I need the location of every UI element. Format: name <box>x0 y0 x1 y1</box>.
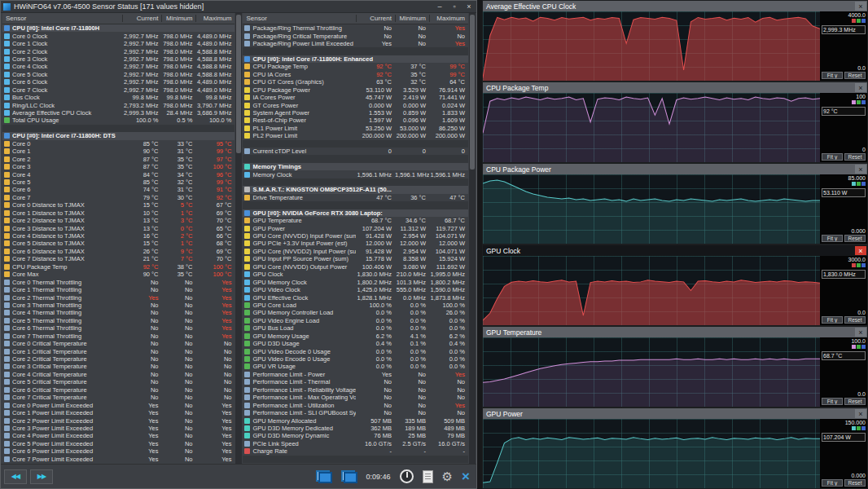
sensor-row[interactable]: Core 7 Clock2,992.7 MHz798.0 MHz4,489.0 … <box>2 86 235 94</box>
sensor-row[interactable]: Core 5 Distance to TJMAX15 °C1 °C68 °C <box>2 240 235 247</box>
sensor-row[interactable]: Core 4 Thermal ThrottlingNoNoYes <box>2 309 235 316</box>
sensor-row[interactable]: GT Cores Power0.000 W0.000 W0.024 W <box>243 101 468 108</box>
sensor-row[interactable]: GPU Power107.204 W11.312 W119.727 W <box>243 224 468 231</box>
sensor-row[interactable]: Package/Ring Critical TemperatureNoNoNo <box>243 32 468 39</box>
sensor-row[interactable]: Core 2 Distance to TJMAX13 °C3 °C70 °C <box>2 217 235 224</box>
right-scrollbar-thumb[interactable] <box>470 15 475 170</box>
sensor-row[interactable]: Core 1 Thermal ThrottlingNoNoYes <box>2 286 235 293</box>
reset-button[interactable]: Reset <box>844 398 866 405</box>
sensor-row[interactable]: Total CPU Usage100.0 %0.5 %100.0 % <box>2 117 235 124</box>
sensor-row[interactable]: Core 7 Power Limit ExceededYesNoYes <box>2 456 235 463</box>
sensor-row[interactable]: Core 2 Clock2,992.7 MHz798.0 MHz4,588.8 … <box>2 47 235 55</box>
sensor-group-header[interactable]: S.M.A.R.T.: KINGSTON OM8PCP3512F-A11 (50… <box>243 186 468 193</box>
close-button[interactable]: × <box>462 2 476 12</box>
series-color-swatch[interactable] <box>857 426 861 430</box>
graph-titlebar[interactable]: CPU Package Temp× <box>483 82 867 93</box>
sensor-row[interactable]: Core 0 Critical TemperatureNoNoNo <box>2 340 235 347</box>
sensor-row[interactable]: Performance Limit - PowerYesNoYes <box>243 371 468 378</box>
sensor-group-header[interactable]: Memory Timings <box>243 163 468 170</box>
sensor-row[interactable]: Core 3 Distance to TJMAX13 °C0 °C65 °C <box>2 224 235 231</box>
fit-y-button[interactable]: Fit y <box>822 72 843 79</box>
close-sensors-icon[interactable]: × <box>462 470 470 483</box>
sensor-row[interactable]: Performance Limit - SLI GPUBoost SyncNoN… <box>243 409 468 416</box>
reset-button[interactable]: Reset <box>844 153 866 161</box>
minimize-button[interactable]: – <box>432 2 447 12</box>
series-color-swatch[interactable] <box>852 263 856 267</box>
right-scrollbar[interactable] <box>469 13 476 464</box>
sensor-row[interactable]: Core 4 Critical TemperatureNoNoNo <box>2 371 235 378</box>
sensor-row[interactable]: GPU D3D Usage0.4 %0.1 %0.4 % <box>243 340 468 347</box>
sensor-row[interactable]: Core 190 °C31 °C99 °C <box>2 148 235 155</box>
sensor-row[interactable]: GPU Core Load100.0 %0.0 %100.0 % <box>243 302 468 309</box>
sensor-row[interactable]: Core 1 Clock2,992.7 MHz798.0 MHz4,489.0 … <box>2 40 235 47</box>
sensor-row[interactable]: Core 1 Power Limit ExceededYesNoYes <box>2 409 235 416</box>
sensor-row[interactable]: GPU PCIe +3.3V Input Power (est)12.000 W… <box>243 240 468 247</box>
sensor-row[interactable]: GPU Video Clock1,425.0 MHz555.0 MHz1,590… <box>243 286 468 293</box>
sensor-row[interactable]: Core 779 °C30 °C92 °C <box>2 194 235 201</box>
series-color-swatch[interactable] <box>852 19 856 23</box>
sensor-row[interactable]: GPU Memory Allocated507 MB335 MB509 MB <box>243 416 468 424</box>
close-icon[interactable]: × <box>855 409 866 418</box>
sensor-row[interactable]: Core 6 Power Limit ExceededYesNoYes <box>2 447 235 455</box>
prev-page-button[interactable]: ◀◀ <box>4 469 27 484</box>
sensor-row[interactable]: Core 4 Distance to TJMAX16 °C2 °C66 °C <box>2 232 235 240</box>
sensor-row[interactable]: PL1 Power Limit53.250 W53.000 W86.250 W <box>243 125 468 132</box>
sensor-row[interactable]: CPU Package Power53.110 W3.529 W76.914 W <box>243 86 468 94</box>
sensor-row[interactable]: PCIe Link Speed16.0 GT/s2.5 GT/s16.0 GT/… <box>243 440 468 447</box>
remote-monitoring-icon[interactable] <box>316 470 332 483</box>
series-color-swatch[interactable] <box>857 345 861 349</box>
fit-y-button[interactable]: Fit y <box>822 479 843 487</box>
log-file-icon[interactable] <box>423 470 433 483</box>
sensor-row[interactable]: Core 4 Power Limit ExceededYesNoYes <box>2 432 235 439</box>
sensor-row[interactable]: GPU Memory Usage6.2 %4.1 %6.2 % <box>243 333 468 340</box>
sensor-row[interactable]: Core 3 Thermal ThrottlingNoNoYes <box>2 302 235 309</box>
sensor-row[interactable]: Core 674 °C31 °C91 °C <box>2 186 235 193</box>
sensor-row[interactable]: Core 2 Critical TemperatureNoNoNo <box>2 355 235 363</box>
sensor-row[interactable]: GPU Input PP Source Power (sum)15.778 W8… <box>243 255 468 262</box>
fit-y-button[interactable]: Fit y <box>822 153 843 161</box>
sensor-row[interactable]: GPU Effective Clock1,828.1 MHz0.0 MHz1,8… <box>243 293 468 301</box>
sensor-row[interactable]: Core Max90 °C35 °C100 °C <box>2 271 235 278</box>
maximize-button[interactable]: ▫ <box>447 2 462 12</box>
sensor-row[interactable]: Core 7 Distance to TJMAX21 °C7 °C70 °C <box>2 255 235 262</box>
reset-button[interactable]: Reset <box>844 479 866 487</box>
sensor-row[interactable]: Core 0 Thermal ThrottlingNoNoYes <box>2 278 235 285</box>
sensor-row[interactable]: Memory Clock1,596.1 MHz1,596.1 MHz1,596.… <box>243 170 468 178</box>
series-color-swatch[interactable] <box>857 19 861 23</box>
sensor-row[interactable]: Rest-of-Chip Power1.597 W0.096 W1.609 W <box>243 117 468 124</box>
sensor-row[interactable]: Bus Clock99.8 MHz99.8 MHz99.8 MHz <box>2 94 235 101</box>
sensor-row[interactable]: Performance Limit - UtilizationNoNoYes <box>243 401 468 408</box>
sensor-row[interactable]: Core 7 Thermal ThrottlingNoNoYes <box>2 333 235 340</box>
sensor-row[interactable]: Current cTDP Level000 <box>243 148 468 155</box>
series-color-swatch[interactable] <box>852 182 856 186</box>
fit-y-button[interactable]: Fit y <box>822 398 843 405</box>
close-icon[interactable]: × <box>855 2 866 11</box>
sensor-row[interactable]: Core 085 °C33 °C95 °C <box>2 140 235 148</box>
fit-y-button[interactable]: Fit y <box>822 235 843 242</box>
next-page-button[interactable]: ▶▶ <box>30 469 53 484</box>
series-color-swatch[interactable] <box>857 263 861 267</box>
sensor-row[interactable]: Ring/LLC Clock2,793.2 MHz798.0 MHz3,790.… <box>2 101 235 108</box>
sensor-row[interactable]: GPU Bus Load0.0 %0.0 %0.0 % <box>243 324 468 332</box>
sensor-row[interactable]: Core 0 Distance to TJMAX15 °C5 °C67 °C <box>2 201 235 209</box>
sensor-row[interactable]: Core 5 Power Limit ExceededYesNoYes <box>2 440 235 447</box>
close-icon[interactable]: × <box>855 165 866 174</box>
sensor-row[interactable]: Core 0 Power Limit ExceededYesNoYes <box>2 401 235 408</box>
settings-gear-icon[interactable]: ⚙ <box>442 470 453 483</box>
series-color-swatch[interactable] <box>861 263 866 267</box>
sensor-group-header[interactable]: CPU [#0]: Intel Core i7-11800H: DTS <box>2 132 235 139</box>
sensor-row[interactable]: Core 0 Clock2,992.7 MHz798.0 MHz4,489.0 … <box>2 32 235 39</box>
sensor-row[interactable]: Core 4 Clock2,992.7 MHz798.0 MHz4,588.8 … <box>2 63 235 70</box>
sensor-row[interactable]: Core 5 Critical TemperatureNoNoNo <box>2 378 235 385</box>
sensor-row[interactable]: GPU Clock1,830.0 MHz210.0 MHz1,995.0 MHz <box>243 271 468 278</box>
sensor-row[interactable]: Core 1 Distance to TJMAX10 °C1 °C69 °C <box>2 209 235 217</box>
sensor-row[interactable]: Core 6 Clock2,992.7 MHz798.0 MHz4,489.0 … <box>2 78 235 86</box>
sensor-row[interactable]: Core 5 Clock2,992.7 MHz798.0 MHz4,588.8 … <box>2 71 235 78</box>
graph-titlebar[interactable]: GPU Power× <box>483 408 867 419</box>
sensor-row[interactable]: GPU Temperature68.7 °C34.6 °C68.7 °C <box>243 217 468 224</box>
sensor-row[interactable]: Core 1 Critical TemperatureNoNoNo <box>2 347 235 355</box>
sensor-row[interactable]: CPU Package Temp92 °C38 °C100 °C <box>2 263 235 271</box>
monitor-layout-icon[interactable] <box>341 470 357 483</box>
close-icon[interactable]: × <box>855 328 866 337</box>
sensor-row[interactable]: Drive Temperature47 °C36 °C47 °C <box>243 194 468 201</box>
